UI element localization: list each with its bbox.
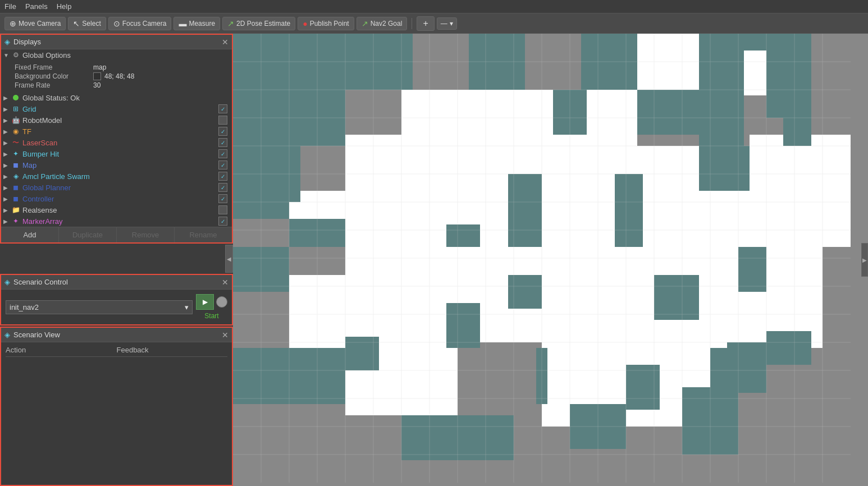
- laser-scan-expander[interactable]: ▶: [3, 140, 11, 146]
- bumper-hit-label: Bumper Hit: [22, 150, 218, 158]
- amcl-expander[interactable]: ▶: [3, 173, 11, 180]
- map-icon: ◼: [11, 161, 20, 169]
- measure-label: Measure: [189, 20, 215, 27]
- scenario-control-label: Scenario Control: [13, 278, 68, 286]
- displays-panel-title: ◈ Displays: [4, 38, 41, 46]
- left-panel: ◈ Displays ✕ ▼ ⚙ Global Options Fixed Fr…: [0, 34, 233, 486]
- frame-rate-key: Frame Rate: [15, 81, 93, 89]
- map-checkbox[interactable]: ✓: [218, 161, 227, 169]
- scenario-play-button[interactable]: ▶: [196, 294, 214, 310]
- displays-buttons: Add Duplicate Remove Rename: [1, 227, 232, 242]
- laser-scan-item[interactable]: ▶ 〜 LaserScan ✓: [1, 137, 232, 148]
- scenario-view-close[interactable]: ✕: [222, 331, 229, 339]
- bg-color-row: Background Color 48; 48; 48: [15, 72, 227, 81]
- global-options-expander[interactable]: ▼: [3, 52, 11, 58]
- amcl-item[interactable]: ▶ ◈ Amcl Particle Swarm ✓: [1, 171, 232, 182]
- add-display-button[interactable]: +: [417, 16, 434, 31]
- bumper-hit-item[interactable]: ▶ ✦ Bumper Hit ✓: [1, 148, 232, 159]
- global-status-item[interactable]: ▶ Global Status: Ok: [1, 92, 232, 103]
- controller-expander[interactable]: ▶: [3, 196, 11, 202]
- right-panel-expand-arrow[interactable]: ▶: [861, 243, 868, 277]
- main-content: ◈ Displays ✕ ▼ ⚙ Global Options Fixed Fr…: [0, 34, 868, 486]
- map-area[interactable]: ▶: [233, 34, 868, 486]
- scenario-stop-button[interactable]: [216, 296, 227, 308]
- scenario-control-panel: ◈ Scenario Control ✕ init_nav2 ▾ ▶ Start: [0, 274, 233, 325]
- grid-expander[interactable]: ▶: [3, 106, 11, 112]
- global-status-expander[interactable]: ▶: [3, 95, 11, 101]
- realsense-checkbox[interactable]: [218, 205, 227, 214]
- realsense-expander[interactable]: ▶: [3, 207, 11, 213]
- svg-rect-41: [738, 247, 766, 292]
- global-options-item[interactable]: ▼ ⚙ Global Options: [1, 49, 232, 61]
- remove-button[interactable]: Remove: [117, 227, 175, 242]
- move-camera-label: Move Camera: [19, 20, 61, 27]
- svg-rect-44: [446, 303, 480, 348]
- measure-button[interactable]: ▬ Measure: [173, 17, 220, 30]
- svg-rect-40: [699, 146, 750, 191]
- global-options-label: Global Options: [22, 51, 227, 59]
- grid-checkbox[interactable]: ✓: [218, 104, 227, 113]
- fixed-frame-val[interactable]: map: [93, 63, 106, 71]
- scenario-view-header: ◈ Scenario View ✕: [1, 328, 232, 342]
- realsense-item[interactable]: ▶ 📁 Realsense: [1, 204, 232, 216]
- amcl-checkbox[interactable]: ✓: [218, 172, 227, 181]
- bumper-hit-expander[interactable]: ▶: [3, 151, 11, 157]
- menu-help[interactable]: Help: [57, 2, 72, 11]
- add-button[interactable]: Add: [1, 227, 59, 242]
- scenario-body: init_nav2 ▾ ▶ Start: [1, 290, 232, 324]
- grid-item[interactable]: ▶ ⊞ Grid ✓: [1, 103, 232, 114]
- displays-panel-close[interactable]: ✕: [222, 38, 229, 46]
- rename-button[interactable]: Rename: [175, 227, 232, 242]
- nav2-goal-label: Nav2 Goal: [371, 20, 403, 27]
- controller-item[interactable]: ▶ ◼ Controller ✓: [1, 193, 232, 204]
- displays-panel-header: ◈ Displays ✕: [1, 35, 232, 49]
- options-button[interactable]: — ▾: [437, 17, 457, 30]
- marker-array-checkbox[interactable]: ✓: [218, 217, 227, 226]
- laser-scan-checkbox[interactable]: ✓: [218, 138, 227, 147]
- menu-file[interactable]: File: [4, 2, 16, 11]
- global-planner-expander[interactable]: ▶: [3, 185, 11, 191]
- map-item[interactable]: ▶ ◼ Map ✓: [1, 159, 232, 171]
- svg-rect-42: [654, 275, 699, 320]
- robot-model-item[interactable]: ▶ 🤖 RobotModel: [1, 114, 232, 126]
- tf-checkbox[interactable]: ✓: [218, 127, 227, 136]
- global-planner-checkbox[interactable]: ✓: [218, 183, 227, 192]
- global-planner-icon: ◼: [11, 183, 20, 192]
- nav2-goal-button[interactable]: ↗ Nav2 Goal: [357, 17, 408, 30]
- bg-color-val[interactable]: 48; 48; 48: [93, 72, 134, 80]
- svg-rect-45: [345, 337, 379, 370]
- global-planner-item[interactable]: ▶ ◼ Global Planner ✓: [1, 182, 232, 193]
- publish-point-button[interactable]: ● Publish Point: [298, 17, 354, 30]
- amcl-icon: ◈: [11, 172, 20, 181]
- controller-icon: ◼: [11, 194, 20, 203]
- bumper-hit-icon: ✦: [11, 149, 20, 158]
- move-camera-button[interactable]: ⊕ Move Camera: [4, 17, 66, 30]
- left-panel-collapse-arrow[interactable]: ◀: [225, 245, 233, 273]
- 2d-pose-icon: ↗: [227, 19, 234, 28]
- tf-expander[interactable]: ▶: [3, 129, 11, 135]
- marker-array-item[interactable]: ▶ ✦ MarkerArray ✓: [1, 216, 232, 227]
- frame-rate-row: Frame Rate 30: [15, 81, 227, 90]
- nav2-goal-icon: ↗: [362, 19, 368, 28]
- tf-item[interactable]: ▶ ◉ TF ✓: [1, 126, 232, 137]
- 2d-pose-button[interactable]: ↗ 2D Pose Estimate: [222, 17, 295, 30]
- controller-checkbox[interactable]: ✓: [218, 194, 227, 203]
- duplicate-button[interactable]: Duplicate: [59, 227, 117, 242]
- menu-panels[interactable]: Panels: [25, 2, 48, 11]
- bumper-hit-checkbox[interactable]: ✓: [218, 149, 227, 158]
- scenario-control-close[interactable]: ✕: [222, 278, 229, 286]
- grid-label: Grid: [22, 105, 218, 113]
- focus-camera-label: Focus Camera: [122, 20, 167, 27]
- options-dash-icon: —: [441, 20, 447, 27]
- scenario-dropdown[interactable]: init_nav2 ▾: [6, 300, 193, 314]
- tf-label: TF: [22, 127, 218, 136]
- map-expander[interactable]: ▶: [3, 162, 11, 168]
- focus-camera-button[interactable]: ⊙ Focus Camera: [108, 17, 172, 30]
- marker-array-expander[interactable]: ▶: [3, 218, 11, 224]
- scenario-view-panel: ◈ Scenario View ✕ Action Feedback: [0, 327, 233, 486]
- bg-color-swatch: [93, 72, 101, 80]
- robot-model-expander[interactable]: ▶: [3, 117, 11, 123]
- frame-rate-val[interactable]: 30: [93, 81, 100, 89]
- robot-model-checkbox[interactable]: [218, 116, 227, 125]
- select-button[interactable]: ↖ Select: [68, 17, 106, 30]
